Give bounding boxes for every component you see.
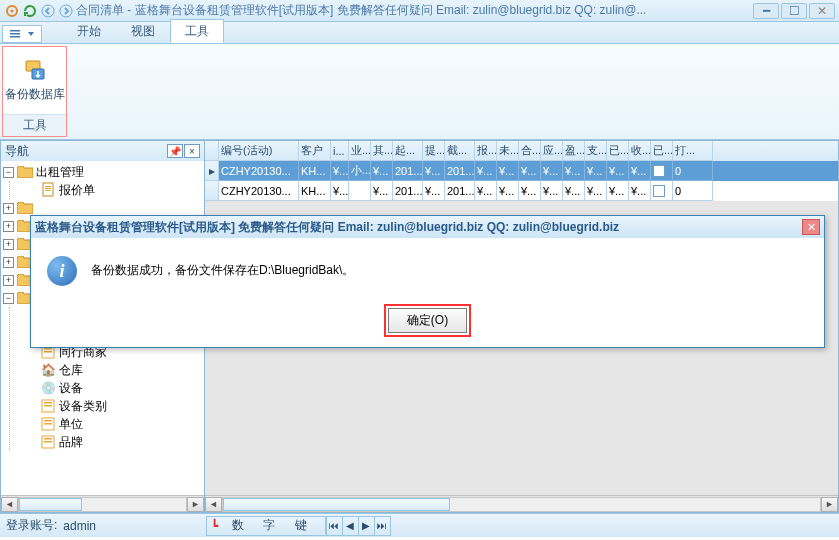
ok-button[interactable]: 确定(O) <box>388 308 467 333</box>
modal-backdrop: 蓝格舞台设备租赁管理软件[试用版本] 免费解答任何疑问 Email: zulin… <box>0 0 839 540</box>
dialog-title: 蓝格舞台设备租赁管理软件[试用版本] 免费解答任何疑问 Email: zulin… <box>35 219 802 236</box>
backup-success-dialog: 蓝格舞台设备租赁管理软件[试用版本] 免费解答任何疑问 Email: zulin… <box>30 215 825 348</box>
dialog-close-button[interactable]: ✕ <box>802 219 820 235</box>
dialog-titlebar: 蓝格舞台设备租赁管理软件[试用版本] 免费解答任何疑问 Email: zulin… <box>31 216 824 238</box>
dialog-message: 备份数据成功，备份文件保存在D:\BluegridBak\。 <box>91 256 354 279</box>
info-icon: i <box>47 256 77 286</box>
